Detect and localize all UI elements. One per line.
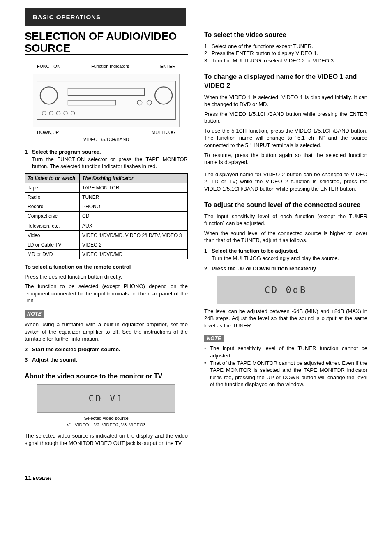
cell: VIDEO 1/DVD/MD: [80, 250, 188, 259]
svg-point-11: [147, 100, 152, 105]
label-down-up: DOWN,UP: [37, 129, 59, 136]
step-title: Adjust the sound.: [32, 356, 188, 364]
page-title: SELECTION OF AUDIO/VIDEO SOURCE: [25, 30, 188, 54]
th-listen: To listen to or watch: [25, 173, 80, 183]
step-number: 1: [204, 247, 212, 262]
label-function: FUNCTION: [37, 63, 60, 69]
cell: AUX: [80, 221, 188, 230]
t: Turn the MULTI JOG to select VIDEO 2 or …: [212, 57, 335, 65]
table-row: RecordPHONO: [25, 202, 188, 212]
display-panel-2: CD 0dB: [217, 276, 355, 304]
led-text: CD V1: [88, 392, 124, 405]
svg-point-6: [49, 111, 53, 115]
list-item: 2Press the ENTER button to display VIDEO…: [204, 50, 367, 57]
t: Press the ENTER button to display VIDEO …: [212, 50, 318, 57]
note-text: When using a turntable with a built-in e…: [25, 321, 188, 343]
adj-p2: When the sound level of the connected so…: [204, 230, 367, 244]
diagram-bottom-labels: DOWN,UP MULTI JOG: [37, 129, 175, 136]
cell: Television, etc.: [25, 221, 80, 230]
table-row: MD or DVDVIDEO 1/DVD/MD: [25, 250, 188, 259]
change-p1: When the VIDEO 1 is selected, VIDEO 1 is…: [204, 94, 367, 108]
step-title: Start the selected program source.: [32, 346, 188, 353]
right-column: To select the video source 1Select one o…: [204, 30, 367, 449]
list-item: 3Turn the MULTI JOG to select VIDEO 2 or…: [204, 57, 367, 65]
label-enter: ENTER: [160, 63, 175, 69]
step-title: Press the UP or DOWN button repeatedly.: [212, 265, 367, 272]
svg-rect-4: [68, 100, 115, 105]
diagram-top-labels: FUNCTION Function indicators ENTER: [37, 63, 175, 69]
step-number: 2: [204, 265, 212, 272]
select-video-steps: 1Select one of the functions except TUNE…: [204, 43, 367, 65]
step-number: 3: [25, 356, 32, 364]
step-number: 1: [25, 148, 32, 170]
adj-p3: The level can be adjusted between -6dB (…: [204, 308, 367, 329]
step-1: 1 Select the program source. Turn the FU…: [25, 148, 188, 170]
title-rule: [25, 54, 188, 55]
display-panel-1: CD V1: [37, 384, 175, 413]
cell: Radio: [25, 192, 80, 202]
left-column: SELECTION OF AUDIO/VIDEO SOURCE FUNCTION…: [25, 30, 188, 449]
cell: CD: [80, 212, 188, 221]
device-diagram: [33, 74, 180, 127]
t: Select one of the functions except TUNER…: [212, 43, 313, 50]
step-2: 2 Start the selected program source.: [25, 346, 188, 353]
adj-step-2: 2 Press the UP or DOWN button repeatedly…: [204, 265, 367, 272]
cell: MD or DVD: [25, 250, 80, 259]
svg-point-9: [71, 111, 74, 115]
adjust-heading: To adjust the sound level of the connect…: [204, 200, 367, 210]
about-heading: About the video source to the monitor or…: [25, 372, 188, 381]
n: 2: [204, 50, 212, 57]
note-bullets: The input sensitivity level of the TUNER…: [204, 345, 367, 388]
list-item: 1Select one of the functions except TUNE…: [204, 43, 367, 50]
note-label-2: NOTE: [204, 335, 224, 342]
note-label: NOTE: [25, 310, 44, 318]
cell: VIDEO 2: [80, 240, 188, 249]
adj-p1: The input sensitivity level of each func…: [204, 213, 367, 227]
depend-text: The function to be selected (except PHON…: [25, 283, 188, 304]
step-number: 2: [25, 346, 32, 353]
step-text: Turn the FUNCTION selector or press the …: [32, 156, 188, 170]
change-p2: Press the VIDEO 1/5.1CH/BAND button whil…: [204, 111, 367, 125]
svg-point-5: [42, 111, 46, 115]
step-title: Select the program source.: [32, 148, 188, 156]
page-footer: 11 ENGLISH: [25, 474, 367, 482]
source-table: To listen to or watch The flashing indic…: [25, 173, 188, 260]
cell: TUNER: [80, 192, 188, 202]
page-lang: ENGLISH: [33, 476, 51, 481]
two-column-layout: SELECTION OF AUDIO/VIDEO SOURCE FUNCTION…: [25, 30, 367, 449]
n: 3: [204, 57, 212, 65]
cell: Record: [25, 202, 80, 212]
led-text: CD 0dB: [265, 284, 307, 296]
cell: Video: [25, 230, 80, 240]
display-caption-2: V1: VIDEO1, V2: VIDEO2, V3: VIDEO3: [25, 422, 188, 428]
n: 1: [204, 43, 212, 50]
cell: VIDEO 1/DVD/MD, VIDEO 2/LD/TV, VIDEO 3: [80, 230, 188, 240]
th-indicator: The flashing indicator: [80, 173, 188, 183]
note-text: That of the TAPE MONITOR cannot be adjus…: [210, 359, 367, 388]
svg-rect-3: [68, 88, 144, 95]
table-row: Compact discCD: [25, 212, 188, 221]
remote-text: Press the desired function button direct…: [25, 273, 188, 281]
table-row: RadioTUNER: [25, 192, 188, 202]
cell: PHONO: [80, 202, 188, 212]
table-row: Television, etc.AUX: [25, 221, 188, 230]
about-text: The selected video source is indicated o…: [25, 432, 188, 447]
change-p4: To resume, press the button again so tha…: [204, 152, 367, 166]
change-p3: To use the 5.1CH function, press the VID…: [204, 127, 367, 149]
svg-point-7: [56, 111, 60, 115]
svg-point-1: [40, 87, 58, 104]
change-p5: The displayed name for VIDEO 2 button ca…: [204, 171, 367, 193]
label-indicators: Function indicators: [91, 63, 129, 69]
display-caption-1: Selected video source: [25, 415, 188, 422]
label-multijog: MULTI JOG: [152, 129, 175, 136]
section-header-bar: BASIC OPERATIONS: [25, 8, 186, 26]
table-row: VideoVIDEO 1/DVD/MD, VIDEO 2/LD/TV, VIDE…: [25, 230, 188, 240]
step-title: Select the function to be adjusted.: [212, 247, 367, 255]
step-text: Turn the MULTI JOG accordingly and play …: [212, 255, 367, 262]
cell: Compact disc: [25, 212, 80, 221]
svg-point-2: [155, 87, 172, 104]
select-video-heading: To select the video source: [204, 30, 367, 39]
cell: Tape: [25, 183, 80, 192]
step-3: 3 Adjust the sound.: [25, 356, 188, 364]
label-video-band: VIDEO 1/5.1CH/BAND: [25, 136, 188, 143]
